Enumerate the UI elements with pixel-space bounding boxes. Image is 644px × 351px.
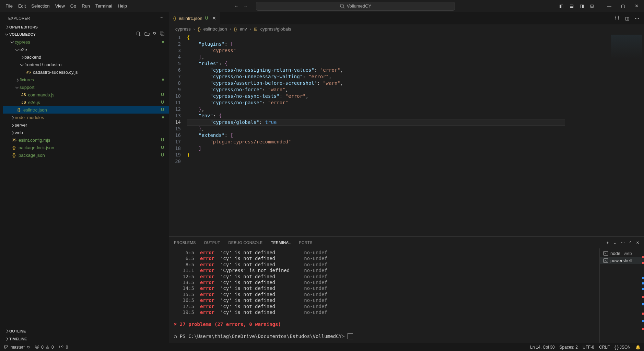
close-panel-icon[interactable]: ✕: [636, 241, 639, 245]
activity-bar: [0, 12, 3, 343]
menu-selection[interactable]: Selection: [28, 2, 52, 10]
svg-point-13: [7, 345, 8, 347]
menu-go[interactable]: Go: [68, 2, 79, 10]
folder-cypress[interactable]: cypress: [3, 38, 169, 46]
terminal-node[interactable]: nodeweb: [600, 250, 644, 257]
maximize-panel-icon[interactable]: ^: [630, 241, 631, 245]
status-problems[interactable]: ⓧ0 ⚠0: [35, 344, 54, 350]
svg-rect-2: [137, 32, 140, 35]
status-cursor[interactable]: Ln 14, Col 30: [530, 345, 554, 350]
breadcrumb-item[interactable]: env: [240, 26, 247, 32]
status-eol[interactable]: CRLF: [599, 345, 610, 350]
more-icon[interactable]: ⋯: [160, 16, 164, 20]
folder-node-modules[interactable]: node_modules: [3, 114, 169, 121]
file-cadastro-sucesso-cy-js[interactable]: JScadastro-sucesso.cy.js: [3, 68, 169, 76]
menu-help[interactable]: Help: [115, 2, 130, 10]
panel-tab-debug-console[interactable]: DEBUG CONSOLE: [229, 238, 263, 247]
file-tree: cypresse2ebackendfrontend \ cadastroJSca…: [3, 38, 169, 327]
breadcrumb-item[interactable]: cypress/globals: [260, 26, 291, 32]
panel-tab-output[interactable]: OUTPUT: [204, 238, 220, 247]
terminal-dropdown-icon[interactable]: ⌄: [613, 241, 616, 245]
refresh-icon[interactable]: ↻: [153, 31, 156, 37]
terminal-powershell[interactable]: powershell: [600, 257, 644, 264]
svg-rect-8: [161, 33, 164, 36]
section-open-editors[interactable]: OPEN EDITORS: [3, 24, 169, 30]
terminal-output[interactable]: 5:5 error 'cy' is not defined no-undef 6…: [169, 248, 599, 343]
menu-file[interactable]: File: [3, 2, 15, 10]
statusbar: master* ⟳ ⓧ0 ⚠0 0 Ln 14, Col 30 Spaces: …: [0, 343, 644, 351]
svg-rect-10: [604, 259, 608, 262]
new-terminal-icon[interactable]: +: [606, 241, 608, 245]
section-outline[interactable]: OUTLINE: [3, 327, 169, 335]
panel-tab-problems[interactable]: PROBLEMS: [174, 238, 196, 247]
section-project[interactable]: VOLLUMEDCY ↻: [3, 30, 169, 38]
menubar: FileEditSelectionViewGoRunTerminalHelp ←…: [0, 0, 644, 12]
menu-terminal[interactable]: Terminal: [93, 2, 115, 10]
folder-backend[interactable]: backend: [3, 53, 169, 61]
file-package-lock-json[interactable]: {}package-lock.jsonU: [3, 144, 169, 151]
nav-forward-icon[interactable]: →: [243, 3, 248, 9]
tab-eslintrc[interactable]: {} eslintrc.json U ✕: [169, 12, 221, 24]
file-e2e-js[interactable]: JSe2e.jsU: [3, 98, 169, 106]
folder-fixtures[interactable]: fixtures: [3, 76, 169, 83]
svg-line-1: [343, 7, 344, 8]
panel: PROBLEMSOUTPUTDEBUG CONSOLETERMINALPORTS…: [169, 236, 644, 343]
compare-icon[interactable]: [614, 15, 620, 21]
command-center[interactable]: VollumedCY: [256, 2, 455, 11]
svg-point-14: [61, 346, 62, 347]
menu-view[interactable]: View: [52, 2, 68, 10]
search-text: VollumedCY: [347, 3, 372, 9]
status-indent[interactable]: Spaces: 2: [560, 345, 578, 350]
sync-icon[interactable]: ⟳: [27, 345, 30, 350]
breadcrumb[interactable]: cypress›{}eslintrc.json›{}env›⊞cypress/g…: [169, 24, 644, 33]
split-editor-icon[interactable]: ◫: [625, 16, 629, 21]
breadcrumb-item[interactable]: cypress: [175, 26, 191, 32]
folder-server[interactable]: server: [3, 121, 169, 129]
breadcrumb-item[interactable]: eslintrc.json: [203, 26, 227, 32]
layout-panel-icon[interactable]: ⬓: [570, 3, 574, 9]
panel-tab-terminal[interactable]: TERMINAL: [271, 238, 291, 247]
more-actions-icon[interactable]: ⋯: [635, 16, 639, 21]
layout-primary-icon[interactable]: ◧: [559, 3, 563, 9]
collapse-icon[interactable]: [160, 31, 165, 37]
folder-frontend-cadastro[interactable]: frontend \ cadastro: [3, 61, 169, 68]
explorer-title: EXPLORER: [8, 16, 30, 20]
svg-rect-9: [604, 251, 608, 255]
menu-run[interactable]: Run: [79, 2, 93, 10]
file-package-json[interactable]: {}package.jsonU: [3, 151, 169, 159]
folder-support[interactable]: support: [3, 83, 169, 91]
editor-area: {} eslintrc.json U ✕ ◫ ⋯ cypress›{}eslin…: [169, 12, 644, 343]
status-language[interactable]: { } JSON: [614, 345, 631, 350]
nav-back-icon[interactable]: ←: [234, 3, 238, 9]
folder-web[interactable]: web: [3, 129, 169, 136]
error-count-icon: ⓧ: [35, 344, 39, 350]
status-branch[interactable]: master* ⟳: [3, 344, 30, 350]
file-eslint-config-mjs[interactable]: JSeslint.config.mjsU: [3, 136, 169, 144]
terminal-list: nodewebpowershell: [599, 248, 644, 343]
status-encoding[interactable]: UTF-8: [583, 345, 594, 350]
file-commands-js[interactable]: JScommands.jsU: [3, 91, 169, 98]
maximize-icon[interactable]: ▢: [621, 3, 625, 9]
terminal-more-icon[interactable]: ⋯: [621, 241, 625, 245]
new-file-icon[interactable]: [136, 31, 141, 37]
minimap[interactable]: [606, 33, 644, 236]
layout-customize-icon[interactable]: ⊞: [590, 3, 594, 9]
new-folder-icon[interactable]: [144, 31, 150, 37]
bell-icon: 🔔: [635, 345, 641, 350]
search-icon: [340, 3, 345, 9]
status-notifications[interactable]: 🔔: [635, 345, 641, 350]
tab-git-badge: U: [205, 16, 208, 21]
radio-icon: [59, 344, 64, 350]
close-window-icon[interactable]: ✕: [635, 3, 639, 9]
minimize-icon[interactable]: —: [607, 3, 611, 9]
close-icon[interactable]: ✕: [212, 15, 216, 21]
status-ports[interactable]: 0: [59, 344, 68, 350]
layout-secondary-icon[interactable]: ◨: [580, 3, 584, 9]
section-timeline[interactable]: TIMELINE: [3, 335, 169, 343]
menu-edit[interactable]: Edit: [15, 2, 28, 10]
code-editor[interactable]: 1234567891011121314151617181920 { "plugi…: [169, 33, 644, 236]
branch-icon: [3, 344, 9, 350]
panel-tab-ports[interactable]: PORTS: [299, 238, 312, 247]
folder-e2e[interactable]: e2e: [3, 46, 169, 53]
file-eslintrc-json[interactable]: {}eslintrc.jsonU: [3, 106, 169, 114]
